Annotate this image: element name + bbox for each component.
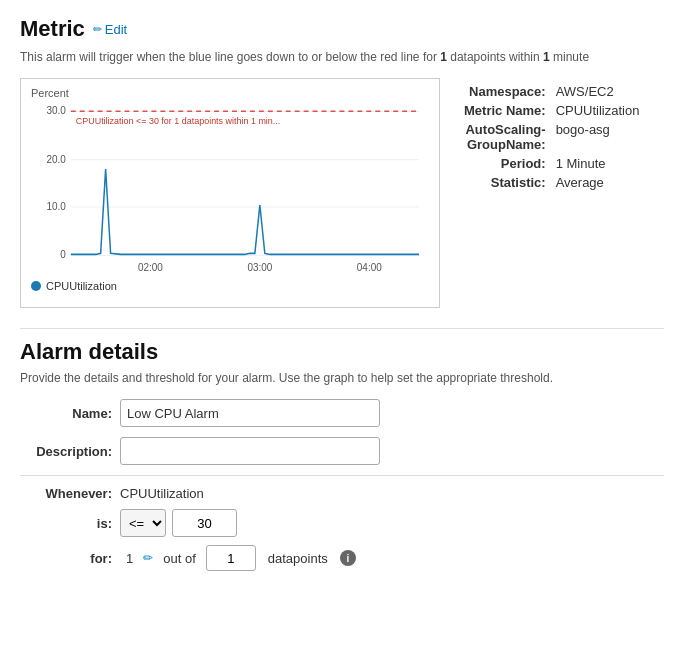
- operator-select[interactable]: <= < >= > ==: [120, 509, 166, 537]
- namespace-label: Namespace:: [460, 82, 552, 101]
- description-label: Description:: [20, 444, 120, 459]
- period-label: Period:: [460, 154, 552, 173]
- alarm-details-description: Provide the details and threshold for yo…: [20, 371, 664, 385]
- for-prefix: 1: [126, 551, 133, 566]
- threshold-input[interactable]: [172, 509, 237, 537]
- svg-text:02:00: 02:00: [138, 262, 163, 273]
- period-value: 1 Minute: [552, 154, 644, 173]
- metric-name-label: Metric Name:: [460, 101, 552, 120]
- name-label: Name:: [20, 406, 120, 421]
- legend-label-cpu: CPUUtilization: [46, 280, 117, 292]
- namespace-value: AWS/EC2: [552, 82, 644, 101]
- svg-text:03:00: 03:00: [247, 262, 272, 273]
- metric-section-title: Metric: [20, 16, 85, 42]
- section-divider: [20, 328, 664, 329]
- edit-label: Edit: [105, 22, 127, 37]
- is-label: is:: [20, 516, 120, 531]
- statistic-value: Average: [552, 173, 644, 192]
- metric-edit-link[interactable]: ✏ Edit: [93, 22, 127, 37]
- chart-legend: CPUUtilization: [31, 280, 429, 292]
- whenever-row: Whenever: CPUUtilization: [20, 486, 664, 501]
- pencil-icon: ✏: [93, 23, 102, 36]
- svg-text:30.0: 30.0: [46, 105, 66, 116]
- is-controls: <= < >= > ==: [120, 509, 237, 537]
- for-datapoints-input[interactable]: [206, 545, 256, 571]
- form-divider: [20, 475, 664, 476]
- metric-name-row: Metric Name: CPUUtilization: [460, 101, 643, 120]
- autoscaling-value: bogo-asg: [552, 120, 644, 154]
- chart-area: 30.0 20.0 10.0 0 02:00 03:00 04:00 CPUUt…: [31, 101, 429, 276]
- for-row: for: 1 ✏ out of datapoints i: [20, 545, 664, 571]
- is-row: is: <= < >= > ==: [20, 509, 664, 537]
- svg-text:0: 0: [60, 249, 66, 260]
- for-suffix: datapoints: [268, 551, 328, 566]
- alarm-trigger-description: This alarm will trigger when the blue li…: [20, 48, 664, 66]
- name-row: Name:: [20, 399, 664, 427]
- metric-info-panel: Namespace: AWS/EC2 Metric Name: CPUUtili…: [460, 78, 664, 308]
- for-label: for:: [20, 551, 120, 566]
- svg-text:CPUUtilization <= 30 for 1 dat: CPUUtilization <= 30 for 1 datapoints wi…: [76, 116, 281, 126]
- whenever-value: CPUUtilization: [120, 486, 204, 501]
- autoscaling-row: AutoScaling- GroupName: bogo-asg: [460, 120, 643, 154]
- metric-chart: Percent 30.0 20.0 10.0 0 02:00 03:00 04: [20, 78, 440, 308]
- info-icon[interactable]: i: [340, 550, 356, 566]
- for-out-of: out of: [163, 551, 196, 566]
- alarm-details-header: Alarm details: [20, 339, 664, 365]
- description-row: Description:: [20, 437, 664, 465]
- statistic-row: Statistic: Average: [460, 173, 643, 192]
- whenever-label: Whenever:: [20, 486, 120, 501]
- description-input[interactable]: [120, 437, 380, 465]
- svg-text:20.0: 20.0: [46, 154, 66, 165]
- statistic-label: Statistic:: [460, 173, 552, 192]
- period-row: Period: 1 Minute: [460, 154, 643, 173]
- alarm-details-title: Alarm details: [20, 339, 158, 365]
- chart-y-label: Percent: [31, 87, 429, 99]
- metric-info-table: Namespace: AWS/EC2 Metric Name: CPUUtili…: [460, 82, 643, 192]
- name-input[interactable]: [120, 399, 380, 427]
- svg-text:04:00: 04:00: [357, 262, 382, 273]
- metric-layout: Percent 30.0 20.0 10.0 0 02:00 03:00 04: [20, 78, 664, 308]
- metric-name-value: CPUUtilization: [552, 101, 644, 120]
- legend-dot-cpu: [31, 281, 41, 291]
- alarm-details-section: Alarm details Provide the details and th…: [20, 339, 664, 571]
- autoscaling-label: AutoScaling- GroupName:: [460, 120, 552, 154]
- namespace-row: Namespace: AWS/EC2: [460, 82, 643, 101]
- metric-section-header: Metric ✏ Edit: [20, 16, 664, 42]
- svg-text:10.0: 10.0: [46, 201, 66, 212]
- for-edit-icon[interactable]: ✏: [143, 551, 153, 565]
- chart-svg: 30.0 20.0 10.0 0 02:00 03:00 04:00 CPUUt…: [31, 101, 429, 276]
